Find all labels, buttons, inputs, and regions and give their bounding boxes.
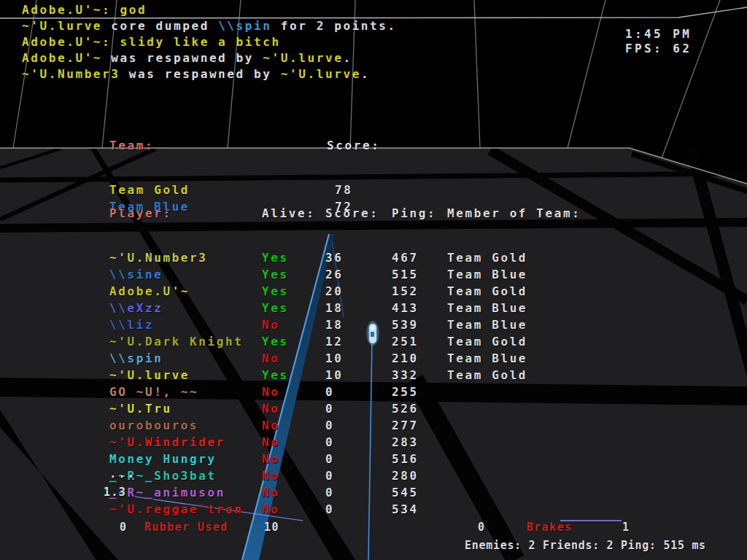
- player-alive-status: No: [262, 502, 279, 516]
- chat-line: Adobe.U'~: god: [22, 2, 397, 18]
- team-table-header: Team: Score:: [109, 139, 163, 155]
- player-ping: 545: [392, 486, 419, 499]
- rubber-max-value: 10: [264, 521, 279, 534]
- chat-segment: .: [361, 67, 370, 81]
- player-team: Team Blue: [447, 351, 527, 365]
- team-score-header-label: Score:: [327, 139, 380, 152]
- player-score: 36: [325, 251, 343, 265]
- player-row: ~'U.Dark KnightYes12251Team Gold: [109, 335, 163, 351]
- player-team: Team Gold: [447, 335, 527, 349]
- chat-line: ~'U.lurve core dumped \\spin for 2 point…: [22, 18, 397, 34]
- rubber-min-value: 0: [120, 521, 127, 534]
- player-alive-status: No: [262, 419, 279, 432]
- ping-header-label: Ping:: [392, 206, 436, 220]
- player-score: 0: [325, 452, 334, 466]
- chat-segment: \\spin: [218, 19, 271, 33]
- chat-segment: was respawned by: [129, 67, 281, 81]
- player-team: Team Blue: [447, 318, 527, 332]
- player-row: \\eXzzYes18413Team Blue: [109, 301, 163, 318]
- player-name: \\spin: [109, 351, 163, 365]
- player-row: Adobe.U'~Yes20152Team Gold: [109, 284, 163, 301]
- player-name: \\liz: [109, 318, 154, 332]
- player-score: 20: [325, 284, 343, 298]
- player-table-header: Player: Alive: Score: Ping: Member of Te…: [109, 206, 163, 223]
- player-team: Team Blue: [447, 301, 527, 315]
- player-score: 26: [325, 268, 343, 281]
- player-alive-status: Yes: [262, 251, 289, 265]
- player-ping: 277: [392, 419, 419, 432]
- fps-counter: FPS: 62: [625, 42, 692, 55]
- player-alive-status: Yes: [262, 284, 289, 298]
- player-ping: 152: [392, 284, 419, 298]
- clock: 1:45 PM: [625, 27, 692, 41]
- player-score: 0: [325, 385, 334, 399]
- player-score: 18: [325, 318, 343, 332]
- alive-header-label: Alive:: [262, 206, 315, 220]
- player-alive-status: No: [262, 469, 279, 483]
- chat-segment: ~'U.lurve: [263, 51, 343, 65]
- player-alive-status: Yes: [262, 368, 289, 382]
- player-score: 0: [325, 419, 334, 432]
- light-cycle: [366, 321, 379, 346]
- player-name: _~R~_animuson: [109, 486, 225, 499]
- player-team: Team Gold: [447, 368, 527, 382]
- player-name: \\eXzz: [109, 301, 163, 315]
- player-score: 18: [325, 301, 343, 315]
- player-ping: 332: [392, 368, 419, 382]
- chat-segment: was respawned by: [111, 51, 263, 65]
- chat-segment: ~'U.lurve: [22, 19, 111, 33]
- team-membership-header-label: Member of Team:: [447, 206, 581, 220]
- player-name: \\sine: [109, 268, 163, 281]
- player-score: 10: [325, 351, 343, 365]
- player-ping: 251: [392, 335, 419, 349]
- player-ping: 280: [392, 469, 419, 483]
- match-status-line: Enemies: 2 Friends: 2 Ping: 515 ms: [465, 539, 706, 552]
- player-score: 12: [325, 335, 343, 349]
- player-name: ~'U.Dark Knight: [109, 335, 244, 349]
- player-name: ~'U.reggae'tron: [109, 502, 244, 516]
- player-name: ~'U.Windrider: [109, 435, 225, 449]
- player-row: ~'U.WindriderNo0283: [109, 435, 163, 452]
- player-ping: 467: [392, 251, 419, 265]
- player-team: Team Blue: [447, 268, 527, 281]
- chat-segment: .: [343, 51, 352, 65]
- player-alive-status: Yes: [262, 301, 289, 315]
- player-ping: 210: [392, 351, 419, 365]
- player-score: 0: [325, 502, 334, 516]
- player-alive-status: No: [262, 452, 279, 466]
- player-row: ~'U.reggae'tronNo0534: [109, 502, 163, 519]
- player-ping: 515: [392, 268, 419, 281]
- chat-segment: for 2 points.: [272, 19, 397, 33]
- chat-segment: Adobe.U'~: god: [22, 3, 147, 17]
- player-name: Adobe.U'~: [109, 284, 190, 298]
- player-team: Team Gold: [447, 284, 527, 298]
- chat-line: Adobe.U'~ was respawned by ~'U.lurve.: [22, 50, 397, 66]
- team-header-label: Team:: [109, 139, 154, 152]
- game-viewport[interactable]: Adobe.U'~: god~'U.lurve core dumped \\sp…: [0, 0, 747, 560]
- brake-max-value: 1: [622, 521, 630, 534]
- player-row: \\lizNo18539Team Blue: [109, 318, 163, 335]
- chat-segment: Adobe.U'~: slidy like a bitch: [22, 35, 281, 49]
- player-score: 0: [325, 486, 334, 499]
- player-team: Team Gold: [447, 251, 527, 265]
- player-ping: 534: [392, 502, 419, 516]
- player-name: ~'U.Number3: [109, 251, 208, 265]
- player-alive-status: Yes: [262, 268, 289, 281]
- player-alive-status: No: [262, 435, 279, 449]
- player-score: 0: [325, 469, 334, 483]
- player-row: ~'U.Number3Yes36467Team Gold: [109, 251, 163, 268]
- player-row: ~'U.lurveYes10332Team Gold: [109, 368, 163, 385]
- chat-segment: core dumped: [111, 19, 218, 33]
- player-score: 10: [325, 368, 343, 382]
- chat-log: Adobe.U'~: god~'U.lurve core dumped \\sp…: [22, 2, 397, 82]
- player-row: ourobourosNo0277: [109, 419, 163, 435]
- speed-readout: 1.3: [104, 486, 126, 499]
- player-row: \\sineYes26515Team Blue: [109, 268, 163, 284]
- player-alive-status: No: [262, 402, 279, 416]
- player-row: \\spinNo10210Team Blue: [109, 351, 163, 368]
- player-alive-status: No: [262, 486, 279, 499]
- player-name: ~'U.lurve: [109, 368, 190, 382]
- team-score: 78: [335, 183, 352, 197]
- rubber-gauge-label: Rubber Used: [144, 521, 228, 534]
- player-alive-status: Yes: [262, 335, 289, 349]
